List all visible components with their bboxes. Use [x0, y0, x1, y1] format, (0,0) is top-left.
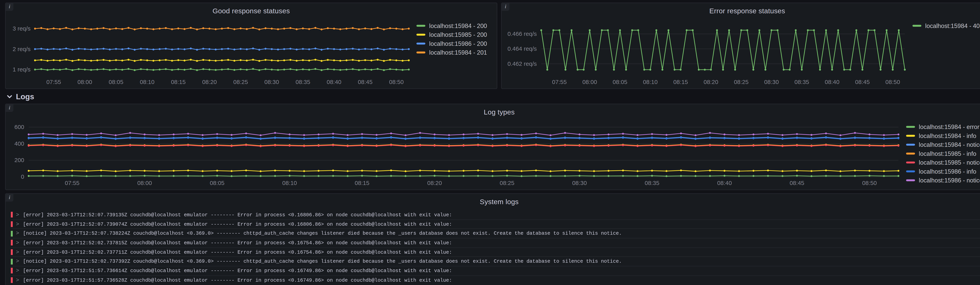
- series-point: [897, 145, 899, 147]
- series-point: [492, 134, 493, 136]
- series-point: [260, 138, 262, 140]
- series-point: [345, 28, 347, 30]
- system-logs-body[interactable]: >[error] 2023-03-17T12:52:07.739135Z cou…: [11, 211, 980, 285]
- series-point: [796, 133, 798, 135]
- series-point: [589, 29, 591, 31]
- series-point: [240, 27, 242, 29]
- series-point: [202, 138, 204, 140]
- legend-item[interactable]: localhost:15985 - 200: [417, 30, 493, 39]
- series-point: [339, 49, 341, 51]
- time-series-chart[interactable]: 1 req/s2 req/s3 req/s07:5508:0008:0508:1…: [10, 18, 411, 86]
- log-row[interactable]: >[error] 2023-03-17T12:51:57.736614Z cou…: [11, 267, 980, 276]
- series-point: [102, 59, 105, 61]
- series-point: [408, 48, 410, 50]
- legend-item[interactable]: localhost:15984 - notice: [906, 140, 980, 149]
- series-point: [352, 68, 354, 70]
- series-point: [46, 69, 48, 71]
- legend-item[interactable]: localhost:15985 - info: [906, 149, 980, 158]
- log-row[interactable]: >[error] 2023-03-17T12:52:02.737815Z cou…: [11, 238, 980, 248]
- log-row[interactable]: >[error] 2023-03-17T12:52:02.737711Z cou…: [11, 248, 980, 257]
- log-row[interactable]: >[notice] 2023-03-17T12:52:07.738224Z co…: [11, 229, 980, 239]
- series-point: [377, 68, 379, 70]
- series-point: [840, 170, 842, 172]
- series-point: [231, 134, 233, 136]
- series-point: [897, 133, 899, 135]
- series-point: [550, 175, 552, 177]
- series-point: [463, 170, 465, 172]
- series-point: [448, 138, 450, 140]
- legend-item[interactable]: localhost:15984 - info: [906, 131, 980, 140]
- log-expand-icon[interactable]: >: [16, 239, 19, 246]
- log-expand-icon[interactable]: >: [16, 221, 19, 227]
- panel-title[interactable]: System logs: [6, 198, 980, 205]
- legend-item[interactable]: localhost:15986 - info: [906, 166, 980, 176]
- series-point: [277, 49, 279, 51]
- series-point: [520, 134, 523, 136]
- series-point: [546, 69, 548, 71]
- series-point: [883, 170, 885, 172]
- series-point: [734, 69, 736, 71]
- chart-svg: 0.462 req/s0.464 req/s0.466 req/s07:5508…: [506, 18, 907, 86]
- series-point: [796, 175, 798, 177]
- series-point: [158, 134, 160, 136]
- series-point: [115, 134, 117, 136]
- series-point: [680, 175, 682, 177]
- legend-item[interactable]: localhost:15984 - error: [906, 122, 980, 131]
- log-row[interactable]: >[error] 2023-03-17T12:52:07.739074Z cou…: [11, 220, 980, 229]
- series-point: [216, 170, 218, 172]
- time-series-chart[interactable]: 020040060007:5508:0008:0508:1008:1508:20…: [10, 120, 901, 187]
- series-point: [662, 69, 663, 71]
- y-tick-label: 0.466 req/s: [508, 30, 537, 37]
- panel-title[interactable]: Error response statuses: [502, 7, 980, 15]
- log-row[interactable]: >[error] 2023-03-17T12:51:57.736528Z cou…: [11, 276, 980, 285]
- log-message: [error] 2023-03-17T12:52:02.737711Z couc…: [23, 250, 452, 255]
- log-expand-icon[interactable]: >: [16, 277, 19, 283]
- panel-title[interactable]: Log types: [6, 108, 980, 116]
- series-point: [651, 133, 653, 135]
- log-row[interactable]: >[notice] 2023-03-17T12:52:02.737392Z co…: [11, 257, 980, 267]
- series-point: [146, 48, 148, 50]
- legend-item[interactable]: localhost:15986 - 200: [417, 39, 493, 48]
- series-point: [28, 138, 30, 139]
- row-logs-header[interactable]: Logs: [6, 91, 980, 102]
- series-point: [318, 138, 320, 139]
- series-point: [71, 175, 73, 177]
- legend-item[interactable]: localhost:15984 - 201: [417, 48, 493, 57]
- legend-item[interactable]: localhost:15984 - 401: [912, 21, 980, 30]
- series-point: [65, 59, 67, 61]
- series-point: [613, 69, 615, 71]
- chart-svg: 020040060007:5508:0008:0508:1008:1508:20…: [10, 120, 901, 187]
- panel-title[interactable]: Good response statuses: [6, 7, 497, 15]
- series-point: [71, 137, 73, 139]
- legend-label: localhost:15986 - 200: [429, 40, 487, 47]
- x-tick-label: 08:05: [210, 180, 224, 186]
- series-point: [506, 137, 508, 139]
- series-point: [215, 69, 216, 71]
- log-expand-icon[interactable]: >: [16, 249, 19, 255]
- series-point: [680, 69, 682, 71]
- legend-item[interactable]: localhost:15985 - notice: [906, 158, 980, 166]
- x-tick-label: 08:30: [264, 79, 279, 85]
- log-expand-icon[interactable]: >: [16, 212, 19, 218]
- log-expand-icon[interactable]: >: [16, 258, 19, 264]
- x-tick-label: 08:35: [296, 79, 310, 85]
- series-point: [252, 48, 254, 49]
- series-point: [622, 137, 624, 139]
- log-row[interactable]: >[error] 2023-03-17T12:52:07.739135Z cou…: [11, 211, 980, 220]
- series-point: [215, 28, 216, 30]
- series-point: [463, 138, 465, 139]
- series-point: [265, 48, 267, 50]
- series-point: [535, 137, 537, 139]
- x-tick-label: 08:35: [794, 79, 809, 85]
- log-message: [error] 2023-03-17T12:52:07.739074Z couc…: [23, 222, 452, 226]
- series-point: [109, 49, 111, 51]
- series-point: [215, 60, 216, 62]
- time-series-chart[interactable]: 0.462 req/s0.464 req/s0.466 req/s07:5508…: [506, 18, 907, 86]
- legend-item[interactable]: localhost:15986 - notice: [906, 176, 980, 184]
- series-point: [321, 28, 323, 30]
- series-point: [728, 29, 730, 31]
- log-expand-icon[interactable]: >: [16, 268, 19, 274]
- series-point: [86, 138, 88, 140]
- log-expand-icon[interactable]: >: [16, 230, 19, 237]
- legend-item[interactable]: localhost:15984 - 200: [417, 21, 493, 30]
